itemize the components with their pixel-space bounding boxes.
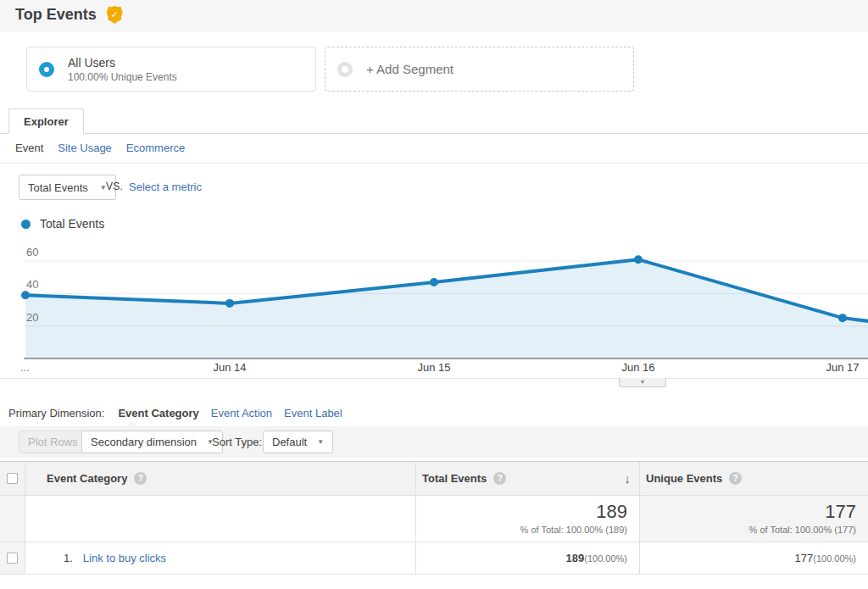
select-metric-link[interactable]: Select a metric xyxy=(129,181,202,193)
page-title-wrap: Top Events ✓ xyxy=(15,6,123,24)
vs-label: vs. xyxy=(106,181,123,192)
chart-bottom-divider xyxy=(0,378,868,379)
sort-type-label: Sort Type: xyxy=(212,436,262,448)
row-total-value: 189 xyxy=(566,552,585,564)
events-table: Event Category ? Total Events ? ↓ Unique… xyxy=(0,461,868,575)
chart-legend: Total Events xyxy=(21,217,104,231)
row-checkbox-cell xyxy=(0,542,25,574)
sort-type-dropdown[interactable]: Default ▼ xyxy=(263,431,333,453)
subtabs-divider xyxy=(0,163,868,164)
chevron-down-icon: ▼ xyxy=(317,438,324,446)
header-total-events-label[interactable]: Total Events xyxy=(422,472,487,485)
verified-shield-icon: ✓ xyxy=(107,6,123,24)
x-axis-label: Jun 14 xyxy=(213,361,246,374)
header-total-events: Total Events ? ↓ xyxy=(416,462,640,495)
x-axis-label: Jun 15 xyxy=(417,361,450,374)
header-checkbox-cell xyxy=(0,462,25,495)
page-title: Top Events xyxy=(15,6,97,24)
tab-explorer[interactable]: Explorer xyxy=(8,108,84,134)
x-axis-label: ... xyxy=(20,361,30,374)
primary-dimension-label: Primary Dimension: xyxy=(8,407,104,420)
dimension-event-label[interactable]: Event Label xyxy=(284,407,342,420)
legend-dot-icon xyxy=(21,219,31,229)
help-icon[interactable]: ? xyxy=(729,472,742,485)
select-all-checkbox[interactable] xyxy=(7,473,18,484)
subtab-event[interactable]: Event xyxy=(15,142,43,154)
secondary-dimension-dropdown[interactable]: Secondary dimension ▼ xyxy=(81,431,223,453)
sort-desc-icon[interactable]: ↓ xyxy=(625,471,632,486)
row-checkbox[interactable] xyxy=(7,553,18,564)
add-segment-button[interactable]: + Add Segment xyxy=(325,47,634,92)
segment-all-users[interactable]: All Users 100.00% Unique Events xyxy=(26,47,316,92)
summary-category-cell xyxy=(25,496,416,542)
header-unique-events: Unique Events ? xyxy=(640,462,868,495)
line-chart: 204060 xyxy=(0,242,868,360)
header-event-category: Event Category ? xyxy=(25,462,416,495)
subtab-ecommerce[interactable]: Ecommerce xyxy=(126,142,185,154)
table-summary-row: 189 % of Total: 100.00% (189) 177 % of T… xyxy=(0,496,868,542)
chart-x-axis-labels: ...Jun 14Jun 15Jun 16Jun 17 xyxy=(0,361,868,375)
svg-text:60: 60 xyxy=(26,246,38,258)
header-unique-events-label[interactable]: Unique Events xyxy=(646,472,722,485)
add-segment-ring-icon xyxy=(337,62,353,77)
subtab-site-usage[interactable]: Site Usage xyxy=(58,142,112,154)
tab-bar-divider xyxy=(0,133,868,134)
row-unique-value: 177 xyxy=(795,552,814,564)
summary-unique-value: 177 xyxy=(640,501,856,523)
row-total-events-cell: 189 (100.00%) xyxy=(416,542,640,574)
svg-text:40: 40 xyxy=(26,278,38,291)
primary-dimension-row: Primary Dimension: Event Category Event … xyxy=(8,407,342,420)
summary-total-events-cell: 189 % of Total: 100.00% (189) xyxy=(416,496,640,542)
summary-total-pct: % of Total: 100.00% (189) xyxy=(416,525,627,535)
sort-type-value: Default xyxy=(272,436,307,448)
table-row: 1. Link to buy clicks 189 (100.00%) 177 … xyxy=(0,542,868,575)
summary-total-value: 189 xyxy=(416,501,627,523)
help-icon[interactable]: ? xyxy=(134,472,147,485)
segment-subtitle: 100.00% Unique Events xyxy=(68,70,177,84)
legend-label: Total Events xyxy=(40,217,104,231)
table-header-row: Event Category ? Total Events ? ↓ Unique… xyxy=(0,461,868,496)
report-subtabs: Event Site Usage Ecommerce xyxy=(15,142,185,154)
row-index: 1. xyxy=(64,552,73,564)
event-category-link[interactable]: Link to buy clicks xyxy=(83,552,166,564)
row-total-pct: (100.00%) xyxy=(584,553,627,564)
metric-dropdown[interactable]: Total Events ▼ xyxy=(19,175,116,200)
row-category-cell: 1. Link to buy clicks xyxy=(25,542,416,574)
top-bar: Top Events ✓ xyxy=(0,0,868,32)
secondary-dimension-label: Secondary dimension xyxy=(91,436,197,448)
plot-rows-button[interactable]: Plot Rows xyxy=(19,431,87,453)
x-axis-label: Jun 16 xyxy=(621,361,654,374)
metric-dropdown-value: Total Events xyxy=(28,181,88,194)
top-events-report: Top Events ✓ All Users 100.00% Unique Ev… xyxy=(0,0,868,589)
dimension-event-category[interactable]: Event Category xyxy=(118,407,198,420)
toolbar-notch xyxy=(127,421,137,426)
row-unique-pct: (100.00%) xyxy=(813,553,856,564)
add-segment-label: + Add Segment xyxy=(366,62,453,76)
x-axis-label: Jun 17 xyxy=(826,361,859,374)
chart-collapse-button[interactable]: ▼ xyxy=(619,378,666,387)
dimension-event-action[interactable]: Event Action xyxy=(211,407,272,420)
row-unique-events-cell: 177 (100.00%) xyxy=(640,542,868,574)
summary-checkbox-cell xyxy=(0,496,25,542)
segment-text: All Users 100.00% Unique Events xyxy=(68,55,177,84)
help-icon[interactable]: ? xyxy=(493,472,506,485)
segment-title: All Users xyxy=(68,55,177,70)
summary-unique-pct: % of Total: 100.00% (177) xyxy=(640,525,856,535)
header-event-category-label[interactable]: Event Category xyxy=(47,472,127,485)
segment-ring-icon xyxy=(39,62,54,77)
summary-unique-events-cell: 177 % of Total: 100.00% (177) xyxy=(640,496,868,542)
